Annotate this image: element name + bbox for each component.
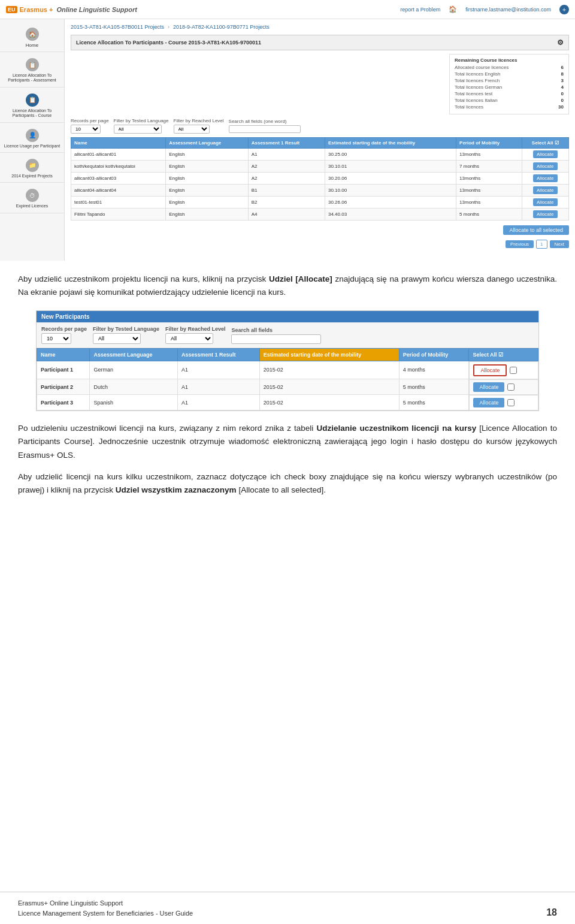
report-link[interactable]: report a Problem bbox=[400, 7, 440, 13]
stat-allocated-val: 6 bbox=[561, 65, 564, 70]
cell-result: A2 bbox=[248, 173, 325, 185]
col-select-all[interactable]: Select All ☑ bbox=[522, 138, 568, 149]
np-col-date: Estimated starting date of the mobility bbox=[259, 348, 399, 361]
eu-flag-icon: EU bbox=[6, 6, 17, 13]
cell-lang: English bbox=[166, 173, 249, 185]
breadcrumb-item-2[interactable]: 2018-9-AT82-KA1100-97B0771 Projects bbox=[173, 24, 270, 30]
np-rpp-select[interactable]: 10 bbox=[41, 333, 71, 344]
records-per-page-label: Records per page bbox=[71, 118, 109, 123]
add-button[interactable]: + bbox=[559, 5, 569, 14]
table-row: allicant03-allicant03 English A2 30.20.0… bbox=[71, 173, 569, 185]
allocate-button[interactable]: Allocate bbox=[533, 198, 557, 206]
stat-german-label: Total licences German bbox=[455, 84, 502, 90]
body-section: Aby udzielić uczestnikom projektu licenc… bbox=[18, 273, 557, 497]
home-icon[interactable]: 🏠 bbox=[449, 5, 457, 13]
np-cell-lang: Dutch bbox=[90, 379, 178, 395]
sidebar-item-expired-licences[interactable]: ⏱ Expired Licences bbox=[0, 185, 64, 213]
np-search-input[interactable] bbox=[231, 334, 321, 344]
expired-licences-icon: ⏱ bbox=[26, 189, 39, 202]
breadcrumb-sep: › bbox=[168, 24, 170, 30]
sidebar-item-licence-course[interactable]: 📋 Licence Allocation To Participants - C… bbox=[0, 90, 64, 123]
np-search-group: Search all fields bbox=[231, 327, 321, 344]
stat-french-val: 3 bbox=[561, 78, 564, 83]
stat-italian-label: Total licences Italian bbox=[455, 98, 498, 103]
stat-german-val: 4 bbox=[561, 84, 564, 90]
allocate-all-button[interactable]: Allocate to all selected bbox=[503, 225, 569, 235]
action-row: Allocate to all selected bbox=[71, 225, 569, 237]
np-select-checkbox[interactable] bbox=[510, 367, 517, 374]
np-select-checkbox[interactable] bbox=[507, 384, 515, 391]
footer-line-1: Erasmus+ Online Linguistic Support bbox=[18, 898, 193, 908]
records-per-page-select[interactable]: 10 20 50 bbox=[71, 125, 101, 134]
cell-action: Allocate bbox=[522, 149, 568, 161]
sidebar-item-licence-assessment[interactable]: 📋 Licence Allocation To Participants - A… bbox=[0, 55, 64, 87]
body-paragraph-1: Aby udzielić uczestnikom projektu licenc… bbox=[18, 273, 557, 300]
sidebar-item-assessment-label: Licence Allocation To Participants - Ass… bbox=[2, 73, 62, 83]
cell-result: B1 bbox=[248, 185, 325, 197]
np-table: Name Assessment Language Assessment 1 Re… bbox=[37, 348, 538, 411]
sidebar: 🏠 Home 📋 Licence Allocation To Participa… bbox=[0, 19, 65, 261]
stat-row-italian: Total licences Italian 0 bbox=[455, 98, 564, 103]
cell-period: 13months bbox=[456, 149, 522, 161]
sidebar-item-licence-usage[interactable]: 👤 Licence Usage per Participant bbox=[0, 125, 64, 153]
np-cell-result: A1 bbox=[178, 379, 260, 395]
np-cell-name: Participant 2 bbox=[37, 379, 90, 395]
np-lang-select[interactable]: All bbox=[93, 333, 141, 344]
np-allocate-button[interactable]: Allocate bbox=[473, 398, 504, 407]
user-link[interactable]: firstname.lastname@institution.com bbox=[465, 7, 551, 13]
search-input[interactable] bbox=[229, 125, 301, 133]
stat-row-french: Total licences French 3 bbox=[455, 78, 564, 83]
np-col-result: Assessment 1 Result bbox=[178, 348, 260, 361]
np-allocate-button[interactable]: Allocate bbox=[473, 364, 507, 376]
ols-logo-text: Online Linguistic Support bbox=[56, 6, 137, 13]
stat-italian-val: 0 bbox=[561, 98, 564, 103]
main-layout: 🏠 Home 📋 Licence Allocation To Participa… bbox=[0, 19, 575, 261]
stat-row-total: Total licences 30 bbox=[455, 104, 564, 110]
erasmus-logo-text: Erasmus + bbox=[20, 6, 53, 13]
to-word: to bbox=[550, 424, 557, 433]
col-name: Name bbox=[71, 138, 166, 149]
stat-total-val: 30 bbox=[558, 104, 564, 110]
stat-row-english: Total licences English 8 bbox=[455, 71, 564, 77]
allocate-button[interactable]: Allocate bbox=[533, 186, 557, 194]
page-title-bar: Licence Allocation To Participants - Cou… bbox=[71, 35, 569, 50]
np-select-checkbox[interactable] bbox=[507, 399, 515, 406]
filter-level-select[interactable]: All A1 A2 B1 bbox=[174, 125, 210, 134]
np-col-select-all[interactable]: Select All ☑ bbox=[469, 348, 538, 361]
breadcrumb: 2015-3-AT81-KA105-87B0011 Projects › 201… bbox=[71, 23, 569, 31]
settings-icon[interactable]: ⚙ bbox=[557, 38, 564, 47]
cell-result: A4 bbox=[248, 209, 325, 221]
np-cell-date: 2015-02 bbox=[259, 379, 399, 395]
allocate-button[interactable]: Allocate bbox=[533, 174, 557, 182]
filter-language-select[interactable]: All English German French bbox=[114, 125, 162, 134]
stat-row-test: Total licences test 0 bbox=[455, 91, 564, 96]
body-paragraph-2: Po udzieleniu uczestnikowi licencji na k… bbox=[18, 422, 557, 462]
footer-left: Erasmus+ Online Linguistic Support Licen… bbox=[18, 898, 193, 918]
allocate-button[interactable]: Allocate bbox=[533, 162, 557, 170]
np-col-period: Period of Mobility bbox=[399, 348, 469, 361]
allocate-button[interactable]: Allocate bbox=[533, 150, 557, 158]
main-table: Name Assessment Language Assessment 1 Re… bbox=[71, 137, 569, 221]
breadcrumb-item-1[interactable]: 2015-3-AT81-KA105-87B0011 Projects bbox=[71, 24, 164, 30]
sidebar-item-home[interactable]: 🏠 Home bbox=[0, 24, 64, 52]
table-row: koth/kequtatoi koth/kequtatoi English A2… bbox=[71, 161, 569, 173]
assessment-icon: 📋 bbox=[26, 58, 39, 71]
np-level-select[interactable]: All bbox=[165, 333, 213, 344]
body-paragraph-3: Aby udzielić licencji na kurs kilku ucze… bbox=[18, 470, 557, 497]
allocate-button[interactable]: Allocate bbox=[533, 210, 557, 218]
records-per-page-group: Records per page 10 20 50 bbox=[71, 118, 109, 134]
stat-total-label: Total licences bbox=[455, 104, 483, 110]
prev-button[interactable]: Previous bbox=[506, 240, 534, 248]
cell-action: Allocate bbox=[522, 161, 568, 173]
cell-result: A2 bbox=[248, 161, 325, 173]
stat-row-german: Total licences German 4 bbox=[455, 84, 564, 90]
sidebar-item-expired-licences-label: Expired Licences bbox=[16, 204, 48, 209]
sidebar-item-expired-projects[interactable]: 📁 2014 Expired Projects bbox=[0, 155, 64, 183]
next-button[interactable]: Next bbox=[550, 240, 569, 248]
cell-action: Allocate bbox=[522, 173, 568, 185]
np-cell-action: Allocate bbox=[469, 379, 538, 395]
np-allocate-button[interactable]: Allocate bbox=[473, 382, 504, 392]
sidebar-item-home-label: Home bbox=[26, 43, 38, 48]
np-cell-result: A1 bbox=[178, 361, 260, 379]
page-number: 1 bbox=[536, 240, 547, 249]
